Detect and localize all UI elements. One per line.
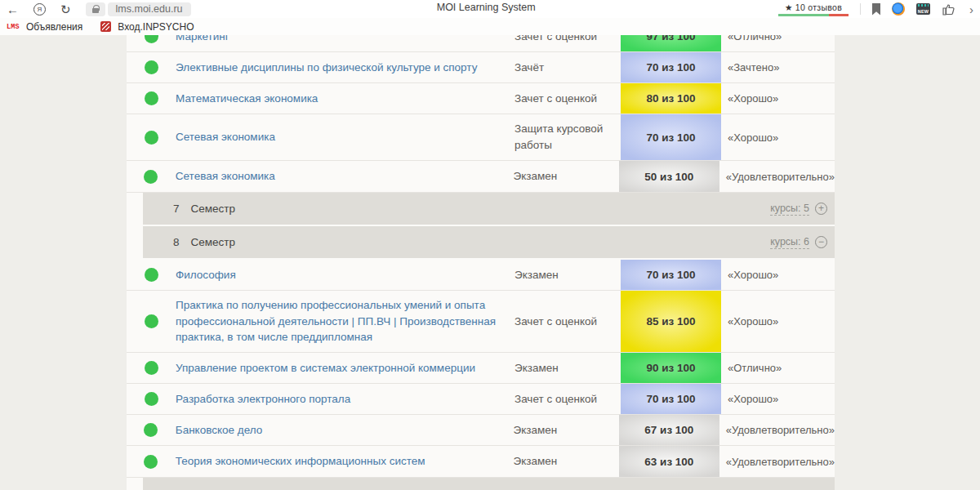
course-name-link[interactable]: Теория экономических информационных сист… xyxy=(176,447,514,476)
next-semester-row-partial[interactable] xyxy=(143,478,835,490)
course-status-icon xyxy=(145,392,158,406)
table-row: Сетевая экономика Защита курсовой работы… xyxy=(127,114,835,161)
new-badge-label: NEW xyxy=(918,9,929,15)
grade-text: «Отлично» xyxy=(721,35,835,42)
status-cell xyxy=(127,35,176,51)
bookmark-icon[interactable] xyxy=(872,3,880,16)
assessment-type: Зачет с оценкой xyxy=(514,91,621,107)
bookmark-label: Объявления xyxy=(26,21,82,33)
score-cell: 67 из 100 xyxy=(619,415,719,445)
score-cell: 97 из 100 xyxy=(621,35,721,51)
grade-text: «Хорошо» xyxy=(721,92,835,105)
rating-bar-positive xyxy=(778,14,829,16)
grade-text: «Хорошо» xyxy=(721,131,835,144)
score-cell: 85 из 100 xyxy=(621,291,721,352)
refresh-icon[interactable]: ↻ xyxy=(60,3,71,16)
table-row: Математическая экономика Зачет с оценкой… xyxy=(127,83,835,114)
score-value: 70 из 100 xyxy=(646,269,695,281)
browser-toolbar: ← Я ↻ lms.moi.edu.ru MOI Learning System… xyxy=(0,0,980,18)
toolbar-right-cluster: ★ 10 отзывов NEW › xyxy=(778,0,973,18)
status-cell xyxy=(127,83,176,114)
assessment-type: Зачет с оценкой xyxy=(514,314,621,330)
rating-bar-negative xyxy=(829,14,849,16)
grade-text: «Удовлетворительно» xyxy=(719,456,835,468)
padlock-glyph xyxy=(92,8,99,13)
course-status-icon xyxy=(145,314,158,328)
score-value: 70 из 100 xyxy=(646,61,695,74)
assessment-type: Экзамен xyxy=(513,168,619,185)
table-row: Разработка электронного портала Зачет с … xyxy=(127,384,835,415)
bookmarks-bar: LMS Объявления Вход.INPSYCHO xyxy=(0,18,980,35)
course-name-link[interactable]: Управление проектом в системах электронн… xyxy=(176,354,514,383)
assessment-type: Экзамен xyxy=(514,267,621,283)
semester-number: 7 xyxy=(173,203,180,215)
extension-icon[interactable] xyxy=(892,2,905,16)
course-name-link[interactable]: Математическая экономика xyxy=(176,84,514,114)
course-name-link[interactable]: Разработка электронного портала xyxy=(176,385,514,414)
course-name-link[interactable]: Сетевая экономика xyxy=(176,122,514,152)
course-status-icon xyxy=(145,268,158,282)
courses-count-link[interactable]: курсы: 5 xyxy=(770,203,809,216)
grade-text: «Хорошо» xyxy=(721,269,835,281)
address-bar[interactable]: lms.moi.edu.ru xyxy=(108,2,191,16)
score-cell: 90 из 100 xyxy=(621,353,721,383)
semester-header-row[interactable]: 7 Семестр курсы: 5 + xyxy=(143,193,835,225)
status-cell xyxy=(127,52,176,82)
score-cell: 50 из 100 xyxy=(619,161,719,192)
table-row: Практика по получению профессиональных у… xyxy=(127,291,835,353)
page-content: Маркетинг Зачет с оценкой 97 из 100 «Отл… xyxy=(0,35,980,490)
bookmark-label: Вход.INPSYCHO xyxy=(118,21,194,33)
score-value: 90 из 100 xyxy=(646,362,695,374)
semester-label: Семестр xyxy=(191,236,236,248)
score-value: 67 из 100 xyxy=(644,424,693,436)
course-name-link[interactable]: Банковское дело xyxy=(176,416,514,445)
thumbs-rating-icon[interactable] xyxy=(942,3,956,16)
semester-header-row[interactable]: 8 Семестр курсы: 6 − xyxy=(143,226,835,258)
table-row: Элективные дисциплины по физической куль… xyxy=(127,52,835,83)
status-cell xyxy=(127,415,176,445)
inpsycho-favicon xyxy=(100,21,111,32)
grade-text: «Отлично» xyxy=(721,362,835,374)
status-cell xyxy=(127,291,176,352)
course-name-link[interactable]: Сетевая экономика xyxy=(176,162,514,191)
course-status-icon xyxy=(144,455,158,469)
assessment-type: Зачёт xyxy=(514,60,621,76)
back-icon[interactable]: ← xyxy=(7,3,19,16)
courses-count-link[interactable]: курсы: 6 xyxy=(770,236,809,249)
status-cell xyxy=(127,353,176,383)
lock-icon[interactable] xyxy=(86,2,105,16)
course-name-link[interactable]: Элективные дисциплины по физической куль… xyxy=(176,53,514,82)
grade-text: «Хорошо» xyxy=(721,393,835,405)
score-value: 80 из 100 xyxy=(646,92,695,105)
new-extension-icon[interactable]: NEW xyxy=(916,3,930,15)
course-status-icon xyxy=(145,131,158,145)
assessment-type: Зачет с оценкой xyxy=(514,391,621,408)
bookmark-item-inpsycho[interactable]: Вход.INPSYCHO xyxy=(100,21,194,33)
site-reviews-widget[interactable]: ★ 10 отзывов xyxy=(778,2,849,16)
semester-controls: курсы: 6 − xyxy=(770,236,835,249)
score-cell: 70 из 100 xyxy=(621,114,721,160)
course-name-link[interactable]: Маркетинг xyxy=(176,35,514,51)
toolbar-divider xyxy=(860,3,861,15)
assessment-type: Защита курсовой работы xyxy=(514,121,621,153)
star-icon: ★ xyxy=(785,2,793,12)
collapse-icon[interactable]: − xyxy=(815,236,827,248)
gradebook-table: Маркетинг Зачет с оценкой 97 из 100 «Отл… xyxy=(127,35,835,490)
course-status-icon xyxy=(144,170,158,184)
score-value: 70 из 100 xyxy=(646,393,695,405)
semester-number: 8 xyxy=(173,236,180,248)
bookmark-item-announcements[interactable]: LMS Объявления xyxy=(7,21,82,33)
course-name-link[interactable]: Философия xyxy=(176,261,514,290)
score-value: 97 из 100 xyxy=(646,35,695,42)
table-row: Теория экономических информационных сист… xyxy=(127,446,835,478)
score-value: 85 из 100 xyxy=(646,315,695,327)
grade-text: «Удовлетворительно» xyxy=(719,171,835,183)
sidebar-chevron-icon[interactable]: › xyxy=(969,2,973,16)
lms-favicon: LMS xyxy=(7,23,20,31)
status-cell xyxy=(127,161,176,192)
expand-icon[interactable]: + xyxy=(815,203,827,215)
profile-icon[interactable]: Я xyxy=(33,3,46,16)
score-cell: 80 из 100 xyxy=(621,83,721,114)
course-name-link[interactable]: Практика по получению профессиональных у… xyxy=(176,291,514,352)
table-row: Управление проектом в системах электронн… xyxy=(127,353,835,384)
